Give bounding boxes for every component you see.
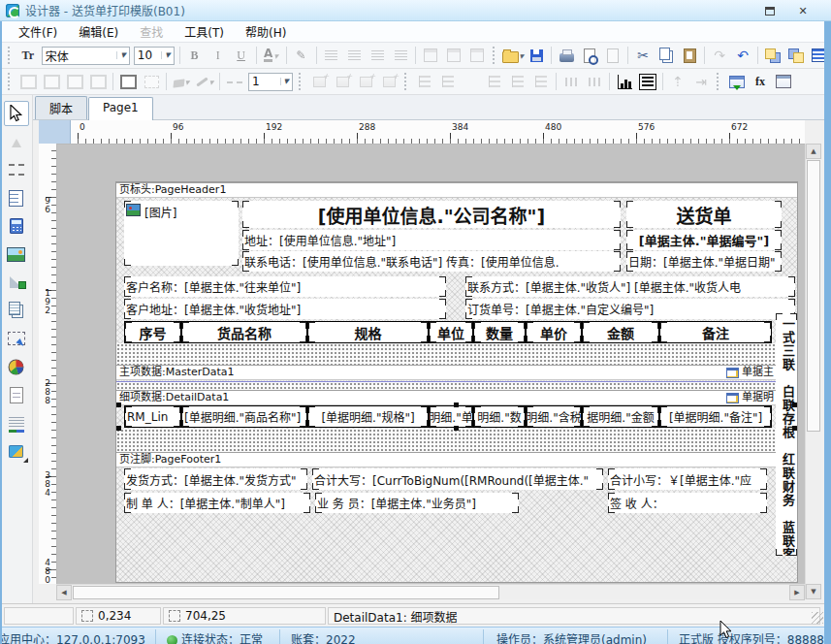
select-tool[interactable]	[4, 101, 29, 126]
detail-cell-qty[interactable]: 明细."数	[473, 405, 526, 428]
font-color-icon: A	[264, 48, 272, 62]
chart-tool[interactable]	[4, 354, 29, 379]
report-page[interactable]: 页标头:PageHeader1主项数据:MasterData1单据主细项数据:D…	[116, 182, 797, 582]
ole-tool[interactable]	[4, 382, 29, 407]
corner-mark	[465, 276, 472, 283]
selection-handle[interactable]	[792, 402, 797, 407]
font-name-select[interactable]: 宋体▼	[42, 47, 130, 65]
scroll-down-icon[interactable]: ▼	[806, 584, 821, 599]
restore-button[interactable]	[759, 3, 781, 18]
send-to-back-button[interactable]	[785, 45, 807, 66]
function-button[interactable]: fx	[750, 71, 771, 92]
selection-handle[interactable]	[454, 402, 459, 407]
scroll-left-icon[interactable]: ◀	[56, 585, 72, 600]
company-address-field[interactable]: 地址：[使用单位信息."地址"]	[242, 230, 621, 250]
salesman-field[interactable]: 业 务 员：[单据主体."业务员"]	[315, 493, 519, 513]
header-col-product[interactable]: 货品名称	[181, 321, 307, 343]
band-datasource-link[interactable]: 单据明	[726, 391, 774, 404]
total-in-words-field[interactable]: 合计大写：[CurrToBigNum([RMRound([单据主体."	[312, 468, 603, 490]
chart-button[interactable]	[614, 71, 635, 92]
tab-脚本[interactable]: 脚本	[35, 96, 87, 119]
detail-cell-unit[interactable]: 明细."单	[429, 405, 473, 428]
field-box-tool[interactable]	[4, 213, 29, 239]
selection-handle[interactable]	[116, 426, 121, 431]
header-col-amount[interactable]: 金额	[582, 321, 659, 343]
header-col-seq[interactable]: 序号	[124, 321, 181, 343]
copies-note[interactable]: 一式三联 白联存根 红联财务 蓝联客户	[776, 313, 797, 556]
header-col-qty[interactable]: 数量	[473, 321, 526, 343]
doc-date-field[interactable]: 日期：[单据主体."单据日期"	[626, 251, 782, 272]
undo-button[interactable]: ↶	[732, 45, 753, 66]
header-col-price[interactable]: 单价	[526, 321, 582, 343]
close-button[interactable]: ✕	[792, 3, 814, 18]
bring-to-front-button[interactable]	[762, 45, 783, 66]
paste-button[interactable]	[679, 45, 700, 66]
picture-frame[interactable]: [图片]	[124, 201, 239, 266]
band-datasource-link[interactable]: 单据主	[726, 366, 774, 379]
selection-handle[interactable]	[454, 426, 459, 431]
customer-contact-field[interactable]: 联系方式：[单据主体."收货人"] [单据主体."收货人电	[465, 276, 795, 297]
company-name-field[interactable]: [使用单位信息."公司名称"]	[242, 201, 621, 228]
header-col-spec[interactable]: 规格	[307, 321, 429, 343]
richtext-tool[interactable]	[4, 298, 29, 323]
vscroll-thumb[interactable]	[807, 160, 820, 432]
signee-field[interactable]: 签 收 人：	[608, 493, 767, 513]
band-strip-pagefooter[interactable]: 页注脚:PageFooter1	[116, 452, 797, 467]
detail-cell-price[interactable]: 明细."含税	[526, 405, 582, 428]
section-button[interactable]	[637, 71, 658, 92]
band-tool[interactable]	[4, 157, 29, 182]
horizontal-scrollbar[interactable]: ◀ ▶	[56, 584, 805, 599]
menu-item-3[interactable]: 工具(T)	[174, 21, 235, 42]
selection-handle[interactable]	[116, 402, 121, 407]
save-button[interactable]	[526, 45, 547, 66]
selection-handle[interactable]	[792, 426, 797, 431]
customer-name-field[interactable]: 客户名称：[单据主体."往来单位"]	[124, 276, 446, 297]
scroll-up-icon[interactable]: ▲	[806, 144, 821, 159]
picture-tool[interactable]	[4, 242, 29, 267]
band-strip-masterdata[interactable]: 主项数据:MasterData1单据主	[116, 365, 797, 380]
doc-maker-field[interactable]: 制 单 人：[单据主体."制单人"]	[124, 493, 310, 513]
subreport-tool[interactable]	[4, 410, 29, 435]
frame-tool[interactable]	[4, 326, 29, 351]
align-center-button	[343, 45, 365, 66]
menu-item-0[interactable]: 文件(F)	[8, 21, 68, 42]
vertical-scrollbar[interactable]: ▲ ▼	[805, 144, 821, 599]
customer-address-field[interactable]: 客户地址：[单据主体."收货地址"]	[124, 299, 446, 319]
doc-number-field[interactable]: [单据主体."单据编号"]	[626, 230, 782, 250]
header-col-remark[interactable]: 备注	[659, 321, 772, 343]
detail-cell-amount[interactable]: 据明细."金额	[582, 405, 659, 428]
label-tool[interactable]	[4, 185, 29, 210]
properties-button[interactable]	[773, 71, 794, 92]
print-button[interactable]	[556, 45, 577, 66]
font-size-select[interactable]: 10▼	[134, 47, 175, 65]
print-preview-button[interactable]	[579, 45, 600, 66]
shape-tool[interactable]	[4, 270, 29, 295]
menu-item-4[interactable]: 帮助(H)	[235, 21, 297, 42]
line-width-select[interactable]: 1▼	[248, 73, 293, 91]
open-button[interactable]: ▼	[502, 45, 524, 66]
ship-method-field[interactable]: 发货方式：[单据主体."发货方式"	[124, 468, 307, 490]
total-in-figures-field[interactable]: 合计小写：￥[单据主体."应	[608, 468, 767, 490]
menu-item-1[interactable]: 编辑(E)	[68, 21, 129, 42]
copy-button[interactable]	[655, 45, 677, 66]
hscroll-thumb[interactable]	[73, 586, 499, 599]
scroll-right-icon[interactable]: ▶	[789, 585, 805, 600]
cut-button[interactable]: ✂	[632, 45, 654, 66]
toolbar-separator	[166, 73, 167, 90]
detail-cell-spec[interactable]: [单据明细."规格"]	[307, 405, 429, 428]
more-tools[interactable]	[4, 438, 29, 464]
font-style-button[interactable]: Tr	[17, 45, 39, 66]
detail-cell-product[interactable]: [单据明细."商品名称"]	[181, 405, 307, 428]
detail-cell-remark[interactable]: [单据明细."备注"]	[659, 405, 772, 428]
order-number-field[interactable]: 订货单号：[单据主体."自定义编号"]	[465, 299, 795, 319]
data-source-button[interactable]	[726, 71, 748, 92]
design-canvas[interactable]: 页标头:PageHeader1主项数据:MasterData1单据主细项数据:D…	[56, 144, 805, 584]
border-all-button[interactable]	[117, 71, 139, 92]
band-strip-pageheader[interactable]: 页标头:PageHeader1	[116, 182, 797, 198]
doc-title[interactable]: 送货单	[626, 201, 782, 228]
company-phone-field[interactable]: 联系电话：[使用单位信息."联系电话"] 传真：[使用单位信息.	[242, 251, 621, 272]
tab-page1[interactable]: Page1	[88, 97, 153, 120]
align-objects-bottom-icon	[535, 76, 547, 87]
header-col-unit[interactable]: 单位	[429, 321, 473, 343]
detail-cell-lineno[interactable]: RM_Lin	[124, 405, 181, 428]
